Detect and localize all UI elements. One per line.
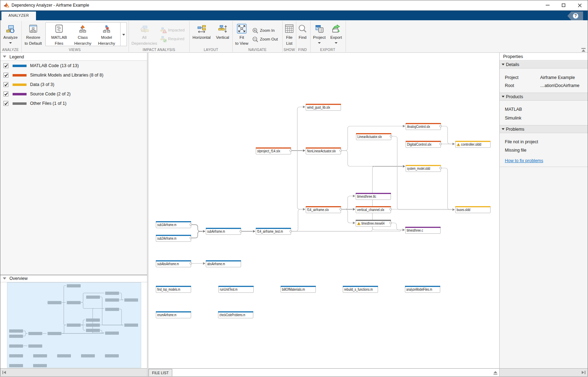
svg-text:f14_airframe_test.m: f14_airframe_test.m — [257, 230, 283, 233]
svg-text:vertical_channel.slx: vertical_channel.slx — [357, 208, 384, 212]
svg-text:analyzeModelFiles.m: analyzeModelFiles.m — [406, 288, 432, 291]
svg-text:DigitalControl.slx: DigitalControl.slx — [407, 143, 431, 146]
svg-text:subAirframe.m: subAirframe.m — [207, 230, 225, 233]
svg-text:checkCodeProblems.m: checkCodeProblems.m — [219, 313, 245, 317]
svg-text:subAbsAirframe.m: subAbsAirframe.m — [157, 262, 179, 266]
svg-text:wind_gust_lib.slx: wind_gust_lib.slx — [307, 106, 330, 109]
svg-text:f14_airframe.slx: f14_airframe.slx — [307, 208, 329, 212]
svg-text:enumAirframe.m: enumAirframe.m — [157, 313, 176, 317]
svg-text:timesthree.mexw64: timesthree.mexw64 — [362, 222, 385, 225]
svg-text:absAirframe.m: absAirframe.m — [207, 262, 225, 266]
svg-text:runUnitTest.m: runUnitTest.m — [220, 288, 238, 291]
svg-text:sub2Airframe.m: sub2Airframe.m — [157, 237, 176, 240]
svg-text:AnalogControl.slx: AnalogControl.slx — [407, 125, 430, 129]
svg-text:timesthree.tlc: timesthree.tlc — [357, 195, 376, 198]
svg-text:NonLinearActuator.slx: NonLinearActuator.slx — [307, 149, 336, 153]
svg-text:LinearActuator.slx: LinearActuator.slx — [357, 135, 382, 139]
svg-text:buses.sldd: buses.sldd — [457, 208, 470, 212]
svg-text:sub1Airframe.m: sub1Airframe.m — [157, 223, 176, 227]
svg-text:controller.sldd: controller.sldd — [461, 143, 481, 146]
svg-text:slproject_f14.slx: slproject_f14.slx — [257, 149, 280, 153]
svg-text:system_model.sldd: system_model.sldd — [407, 167, 430, 171]
svg-text:find_top_models.m: find_top_models.m — [157, 288, 180, 291]
svg-text:billOfMaterials.m: billOfMaterials.m — [282, 288, 305, 291]
svg-text:timesthree.c: timesthree.c — [407, 229, 423, 232]
svg-text:rebuild_s_functions.m: rebuild_s_functions.m — [344, 288, 373, 291]
